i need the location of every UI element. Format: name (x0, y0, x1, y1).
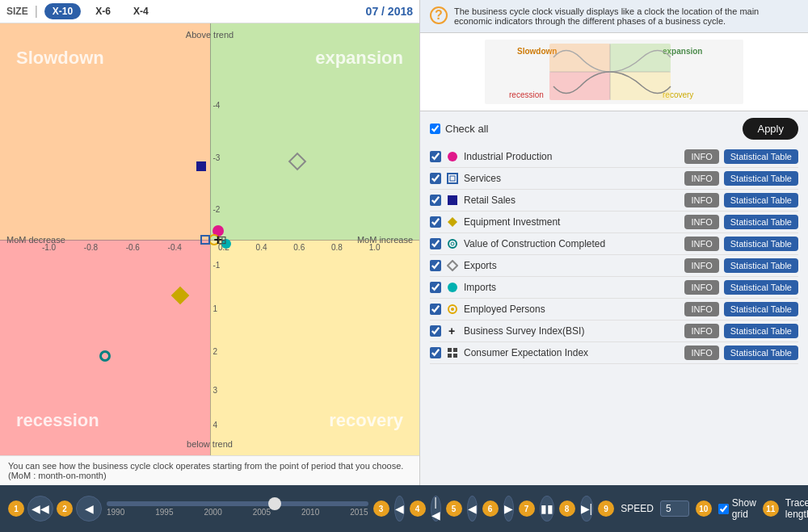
stat-btn-retail[interactable]: Statistical Table (724, 193, 798, 207)
info-btn-employed[interactable]: INFO (684, 302, 718, 316)
banner-text: The business cycle clock visually displa… (454, 6, 798, 26)
y-axis-neg4: -4 (213, 101, 221, 110)
info-btn-retail[interactable]: INFO (684, 193, 718, 207)
dp-construction (99, 350, 111, 362)
info-btn-industrial[interactable]: INFO (684, 149, 718, 164)
circle-6: 6 (482, 501, 499, 517)
name-equipment: Equipment Investment (464, 216, 680, 228)
size-x6-button[interactable]: X-6 (87, 3, 119, 19)
dp-services (200, 235, 210, 245)
apply-button-top[interactable]: Apply (743, 118, 798, 140)
stat-btn-bsi[interactable]: Statistical Table (724, 324, 798, 338)
bottom-bar: 1 ◀◀ 2 ◀ 1990 1995 2000 2005 2010 2015 3… (0, 485, 808, 532)
indicator-row-bsi: + Business Survey Index(BSI) INFO Statis… (430, 320, 798, 342)
stat-btn-consumer[interactable]: Statistical Table (724, 346, 798, 360)
stat-btn-employed[interactable]: Statistical Table (724, 302, 798, 316)
svg-marker-18 (448, 261, 457, 270)
timeline-slider[interactable] (107, 501, 368, 506)
icon-industrial (446, 150, 459, 163)
btn-prev3[interactable]: ◀ (467, 496, 478, 522)
btn-prev[interactable]: ◀ (76, 496, 102, 522)
btn-prev2[interactable]: ◀ (394, 496, 405, 522)
right-panel: ? The business cycle clock visually disp… (420, 0, 808, 485)
checkbox-consumer[interactable] (430, 347, 441, 358)
x-axis-04: 0.4 (256, 243, 267, 252)
indicator-row-imports: Imports INFO Statistical Table (430, 277, 798, 299)
icon-equipment (446, 216, 459, 228)
icon-exports (446, 259, 459, 272)
timeline-section: 1990 1995 2000 2005 2010 2015 (107, 501, 368, 517)
x-axis-neg1: -1.0 (42, 243, 56, 252)
size-bar: SIZE | X-10 X-6 X-4 07 / 2018 (0, 0, 419, 23)
info-btn-imports[interactable]: INFO (684, 280, 718, 295)
info-text: You can see how the business cycle clock… (0, 455, 419, 485)
size-x4-button[interactable]: X-4 (125, 3, 157, 19)
circle-7: 7 (519, 501, 535, 517)
checkbox-services[interactable] (430, 173, 441, 184)
x-axis-1: 1.0 (369, 243, 381, 252)
year-2010: 2010 (301, 508, 319, 517)
checkbox-imports[interactable] (430, 282, 441, 293)
info-btn-exports[interactable]: INFO (684, 258, 718, 273)
info-btn-equipment[interactable]: INFO (684, 215, 718, 229)
checkbox-construction[interactable] (430, 238, 441, 249)
size-sep: | (35, 4, 38, 19)
y-axis-3: 3 (213, 386, 218, 395)
circle-4: 4 (410, 501, 426, 517)
year-2015: 2015 (350, 508, 368, 517)
svg-rect-13 (450, 176, 455, 181)
left-panel: SIZE | X-10 X-6 X-4 07 / 2018 Slowdown e… (0, 0, 420, 485)
checkbox-equipment[interactable] (430, 216, 441, 228)
stat-btn-industrial[interactable]: Statistical Table (724, 149, 798, 164)
show-grid-label[interactable]: Show grid (718, 497, 756, 520)
svg-rect-8 (610, 72, 671, 100)
svg-rect-6 (610, 44, 671, 72)
btn-next[interactable]: ▶ (503, 496, 514, 522)
name-imports: Imports (464, 282, 680, 293)
year-1990: 1990 (107, 508, 124, 517)
x-axis-08: 0.8 (331, 243, 343, 252)
speed-input[interactable] (660, 501, 689, 517)
circle-3: 3 (373, 501, 389, 517)
btn-step-prev[interactable]: |◀ (431, 496, 441, 522)
stat-btn-services[interactable]: Statistical Table (724, 171, 798, 186)
stat-btn-exports[interactable]: Statistical Table (724, 258, 798, 273)
btn-end[interactable]: ▶| (580, 496, 594, 522)
info-btn-construction[interactable]: INFO (684, 237, 718, 251)
btn-pause[interactable]: ▮▮ (540, 496, 554, 522)
y-axis-1: 1 (213, 304, 218, 313)
checkbox-retail[interactable] (430, 195, 441, 206)
info-btn-consumer[interactable]: INFO (684, 346, 718, 360)
year-row: 1990 1995 2000 2005 2010 2015 (107, 508, 368, 517)
size-x10-button[interactable]: X-10 (44, 3, 81, 19)
indicator-row-services: Services INFO Statistical Table (430, 168, 798, 190)
check-all-checkbox[interactable] (430, 124, 440, 134)
svg-point-17 (451, 242, 454, 245)
stat-btn-equipment[interactable]: Statistical Table (724, 215, 798, 229)
svg-rect-12 (448, 174, 457, 183)
checkbox-exports[interactable] (430, 260, 441, 271)
y-axis-4: 4 (213, 421, 218, 429)
checkbox-industrial[interactable] (430, 151, 441, 162)
svg-point-21 (451, 308, 454, 311)
btn-rewind[interactable]: ◀◀ (27, 496, 53, 522)
name-industrial: Industrial Production (464, 151, 680, 162)
stat-btn-imports[interactable]: Statistical Table (724, 280, 798, 295)
stat-btn-construction[interactable]: Statistical Table (724, 237, 798, 251)
clock-preview-svg: Slowdown expansion recession recovery (485, 40, 743, 104)
axis-mom-inc-label: MoM increase (357, 235, 413, 245)
show-grid-checkbox[interactable] (718, 504, 729, 514)
indicator-row-employed: Employed Persons INFO Statistical Table (430, 299, 798, 320)
y-axis-neg3: -3 (213, 153, 221, 162)
check-all-label[interactable]: Check all (430, 123, 488, 135)
icon-consumer (446, 346, 459, 359)
info-btn-services[interactable]: INFO (684, 171, 718, 186)
icon-bsi: + (446, 325, 459, 337)
indicator-row-construction: Value of Construction Completed INFO Sta… (430, 233, 798, 255)
indicators-section: Check all Apply Industrial Production IN… (420, 111, 808, 485)
clock-preview: Slowdown expansion recession recovery (420, 33, 808, 111)
checkbox-bsi[interactable] (430, 325, 441, 337)
info-btn-bsi[interactable]: INFO (684, 324, 718, 338)
checkbox-employed[interactable] (430, 304, 441, 315)
name-exports: Exports (464, 260, 680, 271)
